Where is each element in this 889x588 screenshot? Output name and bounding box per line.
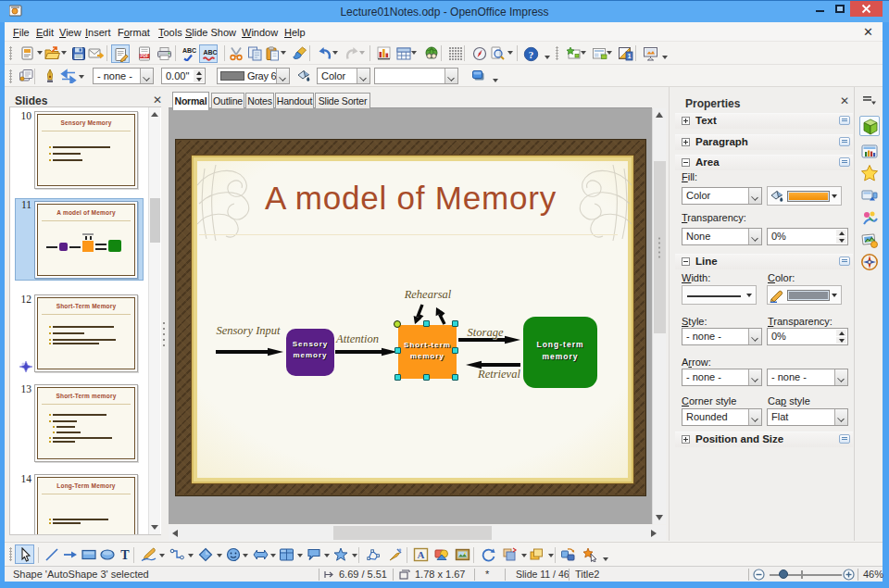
svg-text:?: ? [529, 49, 534, 60]
svg-text:T: T [120, 548, 130, 562]
svg-text:ABC: ABC [182, 47, 196, 54]
svg-text:ABC: ABC [204, 49, 218, 56]
svg-text:1: 1 [628, 53, 632, 59]
svg-text:A: A [418, 549, 425, 560]
svg-text:PDF: PDF [141, 54, 149, 58]
